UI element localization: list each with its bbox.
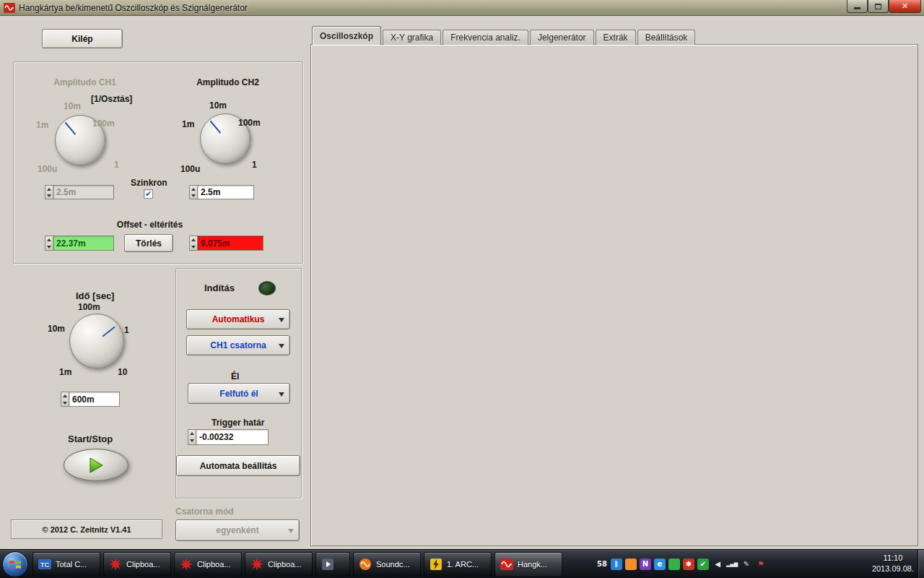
ch2-amplitude-input[interactable] xyxy=(198,185,254,199)
increment-decrement-icon[interactable] xyxy=(61,392,69,407)
channel-mode-dropdown[interactable]: egyenként xyxy=(175,519,300,541)
taskbar-button-oscilloscope[interactable]: Hangk... xyxy=(494,552,562,577)
tab-panel xyxy=(310,44,918,546)
sync-label: Szinkron xyxy=(131,178,167,188)
trigger-mode-dropdown[interactable]: Automatikus xyxy=(186,309,290,329)
chevron-down-icon xyxy=(279,318,284,322)
copyright-box: © 2012 C. Zeitnitz V1.41 xyxy=(11,519,162,539)
amplitude-groupbox xyxy=(13,61,303,264)
ch1-offset-input[interactable] xyxy=(53,236,114,251)
knob-scale-label: 1 xyxy=(252,160,257,170)
increment-decrement-icon[interactable] xyxy=(189,185,198,199)
per-division-unit-label: [1/Osztás] xyxy=(91,94,132,104)
taskbar-button-soundcard[interactable]: Soundc... xyxy=(353,552,421,577)
taskbar-button-clipboard[interactable]: Clipboa... xyxy=(245,552,313,577)
tab-0[interactable]: Oscilloszkóp xyxy=(312,26,381,45)
knob-scale-label: 10m xyxy=(48,324,65,334)
amplitude-ch2-label: Amplitudo CH2 xyxy=(186,77,269,87)
knob-scale-label: 100u xyxy=(180,164,200,174)
edge-label: Él xyxy=(231,371,239,381)
trigger-threshold-input[interactable] xyxy=(196,429,269,445)
close-button[interactable] xyxy=(889,0,921,13)
increment-decrement-icon[interactable] xyxy=(45,185,53,199)
title-bar[interactable]: Hangkártya be/kimenetű Oszcilloszkóp és … xyxy=(0,0,924,16)
knob-scale-label: 100m xyxy=(92,118,115,129)
taskbar-button-label: Soundc... xyxy=(376,560,409,569)
action-center-flag-icon[interactable]: ⚑ xyxy=(755,558,767,570)
shield-icon[interactable]: ✔ xyxy=(697,558,709,570)
taskbar-button-kmplayer[interactable] xyxy=(315,552,350,577)
knob-needle xyxy=(96,327,115,342)
knob-scale-label: 100m xyxy=(238,118,261,128)
ch2-amplitude-spinner xyxy=(189,185,254,199)
play-icon xyxy=(87,456,105,475)
trigger-edge-dropdown[interactable]: Felfutó él xyxy=(188,383,290,404)
trigger-mode-value: Automatikus xyxy=(212,314,265,324)
time-input[interactable] xyxy=(69,392,120,407)
knob-scale-label: 1m xyxy=(36,120,48,130)
windows-flag-icon xyxy=(9,558,22,571)
taskbar-button-clipboard[interactable]: Clipboa... xyxy=(103,552,171,577)
bluetooth-icon[interactable]: ᛒ xyxy=(611,558,622,570)
show-desktop-button[interactable] xyxy=(918,550,924,578)
chevron-down-icon xyxy=(288,529,294,533)
auto-setup-button[interactable]: Automata beállítás xyxy=(176,455,300,476)
onenote-icon[interactable]: N xyxy=(640,558,651,570)
trigger-threshold-spinner xyxy=(188,429,269,445)
pen-icon[interactable]: ✎ xyxy=(741,558,752,570)
knob-scale-label: 1 xyxy=(124,325,129,335)
start-button[interactable] xyxy=(2,551,28,577)
time-label: Idő [sec] xyxy=(76,290,114,301)
taskbar: TCTotal C...Clipboa...Clipboa...Clipboa.… xyxy=(0,549,924,578)
increment-decrement-icon[interactable] xyxy=(188,429,196,445)
taskbar-button-total-commander[interactable]: TCTotal C... xyxy=(32,552,100,577)
increment-decrement-icon[interactable] xyxy=(45,236,53,251)
window-title: Hangkártya be/kimenetű Oszcilloszkóp és … xyxy=(19,3,248,13)
clipboard-icon xyxy=(179,557,193,571)
cpu-meter-icon[interactable]: 58 xyxy=(596,558,608,570)
ch2-offset-input[interactable] xyxy=(198,236,263,251)
minimize-icon xyxy=(854,7,860,9)
tab-3[interactable]: Jelgenerátor xyxy=(530,30,594,45)
taskbar-button-label: 1. ARC... xyxy=(447,560,479,569)
time-knob[interactable] xyxy=(69,314,124,368)
sync-checkbox[interactable] xyxy=(144,189,153,199)
taskbar-button-label: Clipboa... xyxy=(126,560,160,569)
screen: Hangkártya be/kimenetű Oszcilloszkóp és … xyxy=(0,0,924,578)
browser-icon[interactable]: e xyxy=(654,558,666,570)
time-spinner xyxy=(61,392,120,407)
app-icon xyxy=(4,2,15,14)
ch1-amplitude-input[interactable] xyxy=(53,185,114,199)
volume-icon[interactable]: ◀ xyxy=(712,558,723,570)
taskbar-button-clipboard[interactable]: Clipboa... xyxy=(174,552,242,577)
tab-1[interactable]: X-Y grafika xyxy=(383,30,441,45)
taskbar-clock[interactable]: 11:10 2013.09.08. xyxy=(872,553,914,574)
increment-decrement-icon[interactable] xyxy=(189,236,198,251)
total-commander-icon: TC xyxy=(38,557,52,571)
update-icon[interactable] xyxy=(625,558,637,570)
tab-bar: OscilloszkópX-Y grafikaFrekvencia analiz… xyxy=(312,26,695,45)
clock-time: 11:10 xyxy=(872,553,914,564)
network-icon[interactable]: ▂▄▆ xyxy=(726,558,738,570)
maximize-icon xyxy=(875,4,881,9)
channel-mode-value: egyenként xyxy=(216,525,258,535)
clipboard-tray-icon[interactable]: ✱ xyxy=(683,558,694,570)
maximize-button[interactable] xyxy=(868,0,889,13)
ch1-offset-spinner xyxy=(45,236,114,251)
tab-5[interactable]: Beállítások xyxy=(637,30,696,45)
knob-scale-label: 100m xyxy=(78,302,100,312)
tab-2[interactable]: Frekvencia analiz. xyxy=(443,30,528,45)
knob-scale-label: 100u xyxy=(38,164,57,174)
taskbar-button-label: Clipboa... xyxy=(197,560,230,569)
minimize-button[interactable] xyxy=(847,0,868,13)
clock-date: 2013.09.08. xyxy=(872,564,914,574)
tab-4[interactable]: Extrák xyxy=(596,30,636,45)
exit-button[interactable]: Kilép xyxy=(42,29,123,48)
taskbar-button-archive[interactable]: 1. ARC... xyxy=(424,552,492,577)
trigger-source-dropdown[interactable]: CH1 csatorna xyxy=(186,335,290,355)
offset-clear-button[interactable]: Törlés xyxy=(124,234,173,252)
sync-icon[interactable] xyxy=(668,558,680,570)
knob-scale-label: 1m xyxy=(182,119,194,129)
startstop-button[interactable] xyxy=(64,449,128,481)
knob-scale-label: 10m xyxy=(64,101,81,111)
